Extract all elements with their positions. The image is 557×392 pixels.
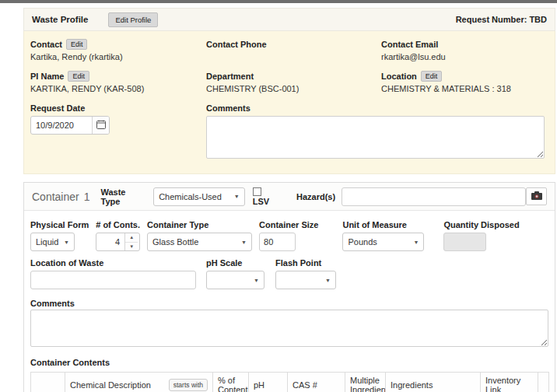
request-number: Request Number: TBD bbox=[456, 15, 547, 24]
contact-phone-label: Contact Phone bbox=[206, 40, 267, 49]
unit-of-measure-select[interactable]: Pounds ▼ bbox=[342, 233, 424, 251]
caret-down-icon: ▼ bbox=[414, 240, 419, 245]
unit-of-measure-value: Pounds bbox=[348, 237, 377, 247]
flash-point-select[interactable]: ▼ bbox=[275, 271, 336, 289]
hazards-label: Hazard(s) bbox=[296, 192, 335, 201]
department-value: CHEMISTRY (BSC-001) bbox=[206, 82, 381, 96]
contact-phone-field: Contact Phone bbox=[206, 37, 381, 64]
col-row-selector-header bbox=[31, 373, 65, 392]
caret-down-icon: ▼ bbox=[64, 240, 69, 245]
date-picker-button[interactable] bbox=[92, 117, 109, 134]
container-type-field: Container Type Glass Bottle ▼ bbox=[147, 220, 252, 251]
container-panel: Container 1 Waste Type Chemicals-Used ▼ … bbox=[23, 182, 555, 392]
container-type-label: Container Type bbox=[147, 220, 252, 229]
waste-type-select[interactable]: Chemicals-Used ▼ bbox=[153, 187, 245, 206]
container-body: Physical Form Liquid ▼ # of Conts. 4 ▲ ▼ bbox=[24, 211, 555, 392]
num-conts-value: 4 bbox=[96, 233, 124, 250]
col-ph-header: pH bbox=[249, 373, 288, 392]
lsv-checkbox[interactable] bbox=[253, 187, 261, 196]
location-of-waste-input[interactable] bbox=[30, 271, 196, 289]
location-of-waste-field: Location of Waste bbox=[30, 258, 196, 289]
container-number: 1 bbox=[84, 191, 90, 203]
physical-form-select[interactable]: Liquid ▼ bbox=[30, 233, 75, 251]
contact-label: Contact bbox=[30, 40, 62, 49]
unit-of-measure-label: Unit of Measure bbox=[342, 220, 424, 229]
container-contents-title: Container Contents bbox=[30, 358, 548, 367]
ph-scale-field: pH Scale ▼ bbox=[206, 258, 264, 289]
spinner-up-button[interactable]: ▲ bbox=[125, 233, 138, 242]
flash-point-field: Flash Point ▼ bbox=[275, 258, 336, 289]
container-type-value: Glass Bottle bbox=[152, 237, 198, 247]
add-photo-button[interactable] bbox=[526, 187, 547, 205]
starts-with-button[interactable]: starts with bbox=[169, 379, 208, 391]
location-of-waste-label: Location of Waste bbox=[30, 258, 196, 268]
contact-email-field: Contact Email rkartika@lsu.edu bbox=[381, 37, 548, 64]
location-value: CHEMISTRY & MATERIALS : 318 bbox=[381, 82, 548, 96]
container-type-select[interactable]: Glass Bottle ▼ bbox=[147, 233, 252, 251]
spinner-down-button[interactable]: ▼ bbox=[125, 242, 138, 251]
quantity-disposed-input bbox=[443, 233, 486, 251]
profile-comments-field: Comments bbox=[206, 101, 548, 159]
caret-down-icon: ▼ bbox=[325, 278, 331, 283]
lsv-label: LSV bbox=[253, 197, 269, 206]
department-label: Department bbox=[206, 72, 254, 81]
department-field: Department CHEMISTRY (BSC-001) bbox=[206, 69, 381, 96]
waste-profile-page: Waste Profile Edit Profile Request Numbe… bbox=[23, 8, 555, 392]
contact-phone-value bbox=[206, 51, 381, 64]
num-conts-label: # of Conts. bbox=[96, 220, 140, 229]
hazards-input[interactable] bbox=[342, 187, 526, 206]
request-date-field: Request Date bbox=[30, 101, 206, 159]
calendar-icon bbox=[96, 120, 106, 131]
pi-name-edit-button[interactable]: Edit bbox=[68, 71, 89, 82]
container-contents-table: Chemical Description starts with % of Co… bbox=[30, 372, 549, 392]
container-size-input[interactable] bbox=[259, 233, 296, 251]
col-pct-content-header: % of Content bbox=[213, 373, 249, 392]
col-inventory-link-header: Inventory Link bbox=[481, 373, 538, 392]
container-title: Container bbox=[32, 191, 79, 203]
quantity-disposed-label: Quantity Disposed bbox=[443, 220, 519, 229]
physical-form-field: Physical Form Liquid ▼ bbox=[30, 220, 89, 251]
location-label: Location bbox=[381, 72, 417, 81]
pi-name-field: PI Name Edit KARTIKA, RENDY (KAR-508) bbox=[30, 69, 206, 96]
container-size-label: Container Size bbox=[259, 220, 318, 229]
profile-panel: Contact Edit Kartika, Rendy (rkartika) C… bbox=[23, 31, 555, 174]
ph-scale-label: pH Scale bbox=[206, 258, 264, 268]
camera-icon bbox=[531, 191, 542, 202]
edit-profile-button[interactable]: Edit Profile bbox=[108, 12, 158, 27]
col-chemical-description-header: Chemical Description starts with bbox=[65, 373, 213, 392]
contact-email-value: rkartika@lsu.edu bbox=[381, 51, 548, 64]
table-scrollbar-header bbox=[538, 373, 549, 392]
profile-comments-label: Comments bbox=[206, 103, 250, 113]
pi-name-value: KARTIKA, RENDY (KAR-508) bbox=[30, 82, 206, 96]
container-comments-label: Comments bbox=[30, 299, 548, 308]
physical-form-label: Physical Form bbox=[30, 220, 89, 229]
caret-down-icon: ▼ bbox=[241, 240, 247, 245]
contact-email-label: Contact Email bbox=[381, 40, 438, 49]
unit-of-measure-field: Unit of Measure Pounds ▼ bbox=[342, 220, 424, 251]
caret-down-icon: ▼ bbox=[254, 278, 259, 283]
waste-profile-header: Waste Profile Edit Profile Request Numbe… bbox=[23, 8, 555, 31]
quantity-disposed-field: Quantity Disposed bbox=[443, 220, 519, 251]
col-ingredients-header: Ingredients bbox=[386, 373, 481, 392]
container-header: Container 1 Waste Type Chemicals-Used ▼ … bbox=[24, 183, 555, 211]
waste-type-value: Chemicals-Used bbox=[159, 192, 222, 201]
num-conts-field: # of Conts. 4 ▲ ▼ bbox=[96, 220, 140, 251]
container-size-field: Container Size bbox=[259, 220, 318, 251]
page-title: Waste Profile bbox=[32, 15, 88, 24]
request-date-label: Request Date bbox=[30, 103, 85, 113]
location-field: Location Edit CHEMISTRY & MATERIALS : 31… bbox=[381, 69, 548, 96]
request-date-input[interactable] bbox=[31, 117, 92, 134]
contact-field: Contact Edit Kartika, Rendy (rkartika) bbox=[30, 37, 206, 64]
pi-name-label: PI Name bbox=[30, 72, 64, 81]
profile-comments-textarea[interactable] bbox=[206, 116, 545, 159]
container-comments-textarea[interactable] bbox=[30, 310, 548, 347]
physical-form-value: Liquid bbox=[36, 237, 58, 247]
num-conts-input[interactable]: 4 ▲ ▼ bbox=[96, 233, 140, 251]
waste-type-label: Waste Type bbox=[101, 187, 148, 206]
contact-edit-button[interactable]: Edit bbox=[66, 39, 88, 50]
top-edge-strip bbox=[0, 0, 557, 3]
flash-point-label: Flash Point bbox=[275, 258, 336, 268]
caret-down-icon: ▼ bbox=[234, 194, 240, 199]
ph-scale-select[interactable]: ▼ bbox=[206, 271, 264, 289]
location-edit-button[interactable]: Edit bbox=[421, 71, 443, 82]
